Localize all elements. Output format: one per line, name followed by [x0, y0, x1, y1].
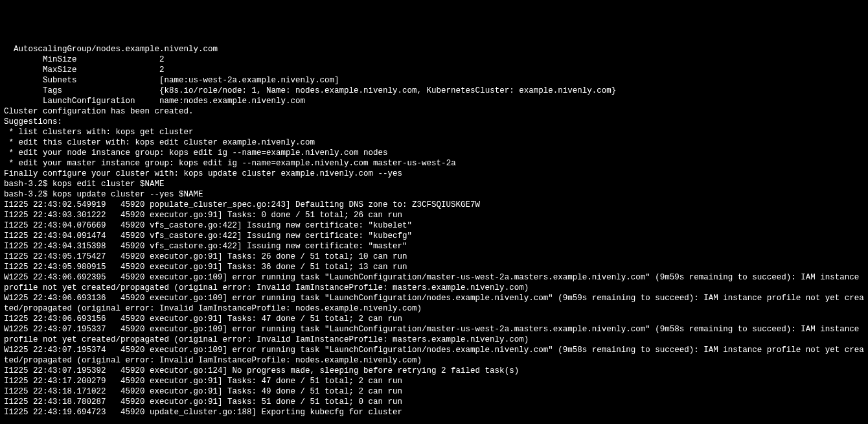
- log-line-3: I1225 22:43:04.091474 45920 vfs_castore.…: [4, 231, 864, 241]
- cluster-created-msg: Cluster configuration has been created.: [4, 106, 864, 117]
- log-line-7: W1225 22:43:06.692395 45920 executor.go:…: [4, 272, 864, 293]
- suggestions-header: Suggestions:: [4, 117, 864, 127]
- log-line-0: I1225 22:43:02.549919 45920 populate_clu…: [4, 200, 864, 210]
- autoscaling-group-block: AutoscalingGroup/nodes.example.nivenly.c…: [4, 44, 864, 106]
- log-line-9: I1225 22:43:06.693156 45920 executor.go:…: [4, 314, 864, 324]
- terminal-output: AutoscalingGroup/nodes.example.nivenly.c…: [4, 44, 864, 418]
- log-line-14: I1225 22:43:18.171022 45920 executor.go:…: [4, 386, 864, 397]
- suggestion-0: * list clusters with: kops get cluster: [4, 127, 864, 137]
- log-line-12: I1225 22:43:07.195392 45920 executor.go:…: [4, 366, 864, 376]
- suggestion-3: * edit your master instance group: kops …: [4, 158, 864, 169]
- suggestion-1: * edit this cluster with: kops edit clus…: [4, 137, 864, 148]
- log-line-10: W1225 22:43:07.195337 45920 executor.go:…: [4, 324, 864, 345]
- log-line-8: W1225 22:43:06.693136 45920 executor.go:…: [4, 293, 864, 314]
- log-line-6: I1225 22:43:05.980915 45920 executor.go:…: [4, 262, 864, 272]
- bash-prompt-1: bash-3.2$ kops update cluster --yes $NAM…: [4, 189, 864, 200]
- log-line-1: I1225 22:43:03.301222 45920 executor.go:…: [4, 210, 864, 220]
- log-line-4: I1225 22:43:04.315398 45920 vfs_castore.…: [4, 241, 864, 252]
- log-line-11: W1225 22:43:07.195374 45920 executor.go:…: [4, 345, 864, 366]
- suggestion-2: * edit your node instance group: kops ed…: [4, 148, 864, 158]
- log-line-15: I1225 22:43:18.780287 45920 executor.go:…: [4, 397, 864, 407]
- log-line-2: I1225 22:43:04.076669 45920 vfs_castore.…: [4, 220, 864, 231]
- finally-msg: Finally configure your cluster with: kop…: [4, 169, 864, 179]
- log-line-5: I1225 22:43:05.175427 45920 executor.go:…: [4, 252, 864, 262]
- log-line-16: I1225 22:43:19.694723 45920 update_clust…: [4, 407, 864, 418]
- log-line-13: I1225 22:43:17.200279 45920 executor.go:…: [4, 376, 864, 386]
- bash-prompt-0: bash-3.2$ kops edit cluster $NAME: [4, 179, 864, 189]
